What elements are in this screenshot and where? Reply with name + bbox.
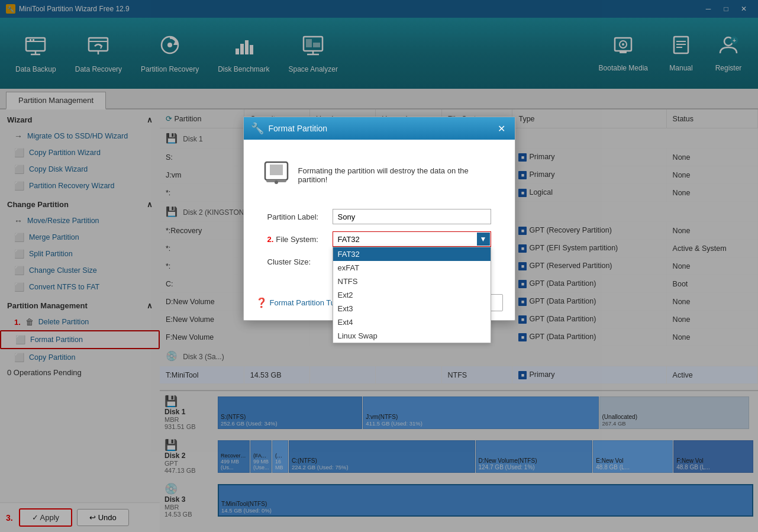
partition-label-label: Partition Label: [267,212,333,221]
cluster-size-label: Cluster Size: [267,257,333,266]
callout-2: 2. [267,235,274,244]
dropdown-item-ext2[interactable]: Ext2 [333,288,491,302]
question-icon: ❓ [256,297,267,308]
file-system-dropdown: FAT32 exFAT NTFS Ext2 Ext3 Ext4 Linux Sw… [333,247,491,343]
dropdown-item-ext4[interactable]: Ext4 [333,315,491,329]
file-system-select[interactable]: FAT32 exFAT NTFS Ext2 Ext3 Ext4 Linux Sw… [333,231,491,247]
dropdown-item-linux-swap[interactable]: Linux Swap [333,329,491,343]
svg-rect-32 [270,165,283,175]
file-system-select-wrapper: FAT32 exFAT NTFS Ext2 Ext3 Ext4 Linux Sw… [333,231,491,247]
file-system-label: File System: [276,235,318,244]
modal-body: Formating the partition will destroy the… [244,140,515,288]
format-partition-modal: 🔧 Format Partition ✕ Formating the parti… [243,117,515,321]
svg-point-34 [275,180,278,184]
partition-label-input[interactable] [333,209,491,224]
dropdown-item-ext3[interactable]: Ext3 [333,302,491,315]
dropdown-item-fat32[interactable]: FAT32 [333,247,491,261]
modal-title: Format Partition [269,124,328,133]
modal-warning-text: Formating the partition will destroy the… [298,166,497,184]
file-system-row: 2. File System: FAT32 exFAT NTFS Ext2 Ex… [256,231,503,247]
dropdown-item-exfat[interactable]: exFAT [333,261,491,275]
warning-icon [262,157,291,192]
modal-warning: Formating the partition will destroy the… [256,151,503,198]
modal-header-icon: 🔧 [251,122,264,135]
modal-close-button[interactable]: ✕ [496,122,508,134]
dropdown-item-ntfs[interactable]: NTFS [333,275,491,288]
modal-overlay: 🔧 Format Partition ✕ Formating the parti… [0,0,758,532]
modal-header: 🔧 Format Partition ✕ [244,117,515,140]
partition-label-row: Partition Label: [256,209,503,224]
